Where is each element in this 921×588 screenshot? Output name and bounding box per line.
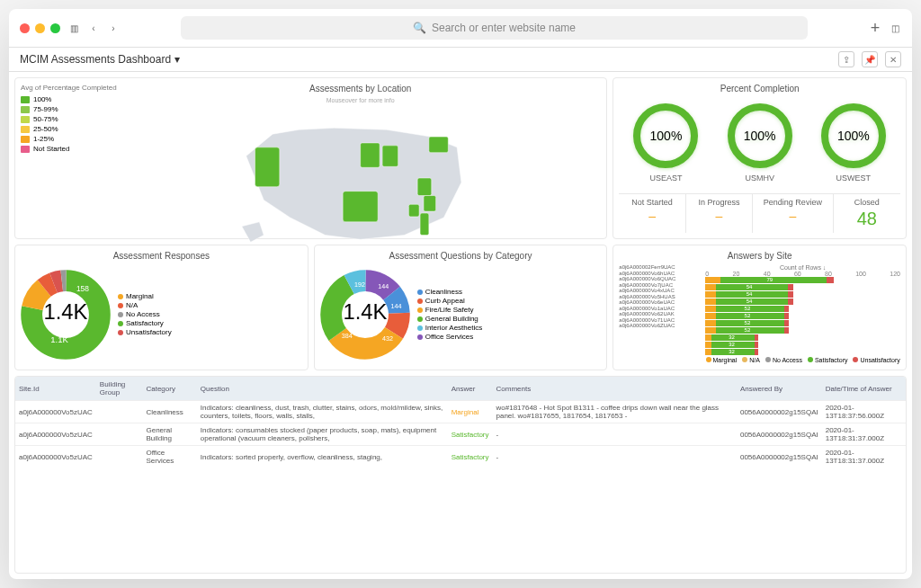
bar[interactable]: 54 xyxy=(705,291,792,298)
column-header[interactable]: Building Group xyxy=(96,377,143,401)
legend-item[interactable]: No Access xyxy=(765,357,802,363)
column-header[interactable]: Category xyxy=(142,377,196,401)
browser-toolbar: ▥ ‹ › 🔍 Search or enter website name + ◫ xyxy=(9,9,912,48)
completion-ring[interactable]: 100%USEAST xyxy=(633,103,698,183)
legend-item[interactable]: Satisfactory xyxy=(118,319,172,327)
legend-item[interactable]: Marginal xyxy=(706,357,738,363)
legend-item[interactable]: 100% xyxy=(21,95,120,103)
responses-panel: Assessment Responses 1.4K 1.1K 158 Margi… xyxy=(14,245,308,370)
bar[interactable]: 32 xyxy=(705,342,757,348)
dashboard-title[interactable]: MCIM Assessments Dashboard ▾ xyxy=(20,53,180,66)
new-tab-button[interactable]: + xyxy=(869,22,881,34)
svg-rect-5 xyxy=(417,178,432,196)
bar[interactable]: 52 xyxy=(705,320,789,326)
svg-rect-1 xyxy=(343,192,378,222)
window-controls xyxy=(20,23,60,33)
legend-item[interactable]: 50-75% xyxy=(21,115,120,123)
table-row[interactable]: a0j6A000000Vo5zUACGeneral BuildingIndica… xyxy=(15,423,906,446)
legend-item[interactable]: No Access xyxy=(118,310,172,318)
status-cell: Not Started– xyxy=(619,194,685,233)
legend-item[interactable]: N/A xyxy=(118,301,172,309)
minimize-window-button[interactable] xyxy=(35,23,45,33)
svg-rect-4 xyxy=(429,137,448,153)
svg-text:192: 192 xyxy=(354,281,365,289)
tabs-overview-button[interactable]: ◫ xyxy=(889,22,901,34)
questions-donut[interactable]: 1.4K 192 144 144 432 384 xyxy=(320,270,410,360)
answers-panel: Answers by Site a0j6A000002Ferr9UACa0j6A… xyxy=(613,245,907,370)
legend-item[interactable]: Marginal xyxy=(118,292,172,300)
svg-text:384: 384 xyxy=(341,333,352,340)
bar[interactable]: 52 xyxy=(705,306,789,312)
column-header[interactable]: Answer xyxy=(448,377,493,401)
pin-button[interactable]: 📌 xyxy=(862,51,878,67)
responses-donut[interactable]: 1.4K 1.1K 158 xyxy=(21,270,111,360)
column-header[interactable]: Question xyxy=(197,377,448,401)
close-button[interactable]: ✕ xyxy=(885,51,901,67)
svg-rect-8 xyxy=(408,204,419,217)
completion-ring[interactable]: 100%USMHV xyxy=(728,103,792,183)
map-legend: Avg of Percentage Completed 100%75-99%50… xyxy=(21,84,120,233)
status-cell: In Progress– xyxy=(686,194,753,233)
site-id-list: a0j6A000002Ferr9UACa0j6A000000Vo6hUACa0j… xyxy=(619,264,700,365)
svg-rect-6 xyxy=(424,196,436,212)
column-header[interactable]: Date/Time of Answer xyxy=(822,377,906,401)
table-row[interactable]: a0j6A000000Vo5zUACOffice ServicesIndicat… xyxy=(15,446,906,468)
legend-item[interactable]: Cleanliness xyxy=(417,288,483,296)
data-table[interactable]: Site.IdBuilding GroupCategoryQuestionAns… xyxy=(14,376,907,574)
svg-rect-3 xyxy=(382,146,398,166)
status-cell: Pending Review– xyxy=(753,194,833,233)
bar[interactable]: 79 xyxy=(705,277,834,283)
legend-item[interactable]: 75-99% xyxy=(21,105,120,113)
completion-panel: Percent Completion 100%USEAST100%USMHV10… xyxy=(613,77,907,239)
bar[interactable]: 32 xyxy=(705,334,757,341)
legend-item[interactable]: 25-50% xyxy=(21,125,120,133)
column-header[interactable]: Comments xyxy=(493,377,737,401)
legend-item[interactable]: Curb Appeal xyxy=(417,297,483,305)
legend-item[interactable]: Unsatisfactory xyxy=(853,357,899,363)
maximize-window-button[interactable] xyxy=(50,23,60,33)
svg-text:1.4K: 1.4K xyxy=(44,299,88,324)
search-icon: 🔍 xyxy=(413,22,426,34)
svg-text:158: 158 xyxy=(76,284,89,293)
url-bar[interactable]: 🔍 Search or enter website name xyxy=(181,16,808,40)
svg-text:432: 432 xyxy=(382,335,393,343)
bar[interactable]: 52 xyxy=(705,313,789,319)
legend-item[interactable]: Unsatisfactory xyxy=(118,328,172,336)
svg-rect-2 xyxy=(361,143,380,167)
bar[interactable]: 32 xyxy=(705,349,757,355)
completion-ring[interactable]: 100%USWEST xyxy=(821,103,886,183)
close-window-button[interactable] xyxy=(20,23,30,33)
bar[interactable]: 54 xyxy=(705,284,792,290)
bar[interactable]: 52 xyxy=(705,327,789,334)
sidebar-toggle-icon[interactable]: ▥ xyxy=(67,22,80,34)
legend-item[interactable]: Satisfactory xyxy=(808,357,848,363)
svg-text:1.1K: 1.1K xyxy=(50,334,68,344)
column-header[interactable]: Answered By xyxy=(737,377,822,401)
svg-text:1.4K: 1.4K xyxy=(343,299,387,324)
legend-item[interactable]: Office Services xyxy=(417,333,483,341)
legend-item[interactable]: N/A xyxy=(742,357,760,363)
legend-item[interactable]: Not Started xyxy=(21,145,120,153)
forward-button[interactable]: › xyxy=(107,22,120,34)
legend-item[interactable]: Fire/Life Safety xyxy=(417,306,483,314)
url-placeholder: Search or enter website name xyxy=(432,22,576,34)
chevron-down-icon: ▾ xyxy=(174,53,180,66)
map-panel: Avg of Percentage Completed 100%75-99%50… xyxy=(14,77,607,239)
legend-item[interactable]: Interior Aesthetics xyxy=(417,324,483,332)
bar[interactable]: 54 xyxy=(705,298,792,305)
column-header[interactable]: Site.Id xyxy=(15,377,96,401)
export-button[interactable]: ⇪ xyxy=(838,51,854,67)
legend-item[interactable]: General Building xyxy=(417,315,483,323)
answers-bar-chart[interactable]: Count of Rows ↓ 020406080100120 79545454… xyxy=(705,264,900,365)
dashboard-header: MCIM Assessments Dashboard ▾ ⇪ 📌 ✕ xyxy=(9,48,912,72)
us-map[interactable]: Assessments by Location Mouseover for mo… xyxy=(120,84,601,233)
svg-text:144: 144 xyxy=(378,283,389,290)
back-button[interactable]: ‹ xyxy=(87,22,100,34)
svg-text:144: 144 xyxy=(390,303,401,310)
svg-rect-7 xyxy=(420,213,429,235)
legend-item[interactable]: 1-25% xyxy=(21,135,120,143)
status-cell: Closed48 xyxy=(834,194,900,233)
table-row[interactable]: a0j6A000000Vo5zUACCleanlinessIndicators:… xyxy=(15,401,906,423)
questions-panel: Assessment Questions by Category 1.4K 19… xyxy=(314,245,608,370)
svg-rect-0 xyxy=(255,147,279,187)
